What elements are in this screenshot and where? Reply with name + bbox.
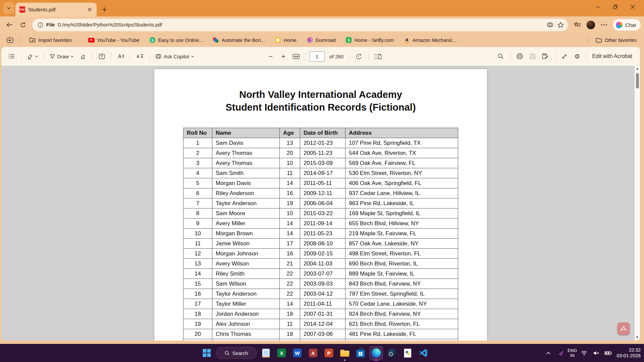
access-app-button[interactable]: A xyxy=(306,346,320,360)
microsoft-store-button[interactable] xyxy=(354,346,367,360)
clock[interactable]: 22:32 03-01-2026 xyxy=(616,347,641,359)
python-file-button[interactable] xyxy=(401,346,414,360)
edge-app-button[interactable] xyxy=(369,346,383,360)
language-indicator[interactable]: ENG IN xyxy=(568,348,577,358)
tab-close-icon[interactable] xyxy=(86,6,93,13)
cell-age: 19 xyxy=(280,198,300,208)
save-as-button[interactable] xyxy=(540,51,551,62)
divider xyxy=(349,53,350,60)
translate-icon xyxy=(136,53,144,59)
cell-dob: 2003-04-12 xyxy=(300,289,345,299)
print-button[interactable] xyxy=(514,51,526,62)
cell-dob: 2005-11-23 xyxy=(300,148,345,158)
notepad-app-button[interactable] xyxy=(259,346,272,360)
cell-age: 10 xyxy=(280,158,300,168)
cell-roll-no: 16 xyxy=(183,289,212,299)
toc-menu-button[interactable] xyxy=(6,51,17,62)
table-row: 3Avery Thomas102015-03-09569 Oak Ave, Fa… xyxy=(183,158,458,168)
table-row: 4Sam Smith112014-09-17530 Elm Street, Ri… xyxy=(183,168,458,178)
zoom-in-button[interactable] xyxy=(277,51,289,62)
profile-button[interactable] xyxy=(585,19,597,31)
volume-muted-button[interactable] xyxy=(591,346,601,360)
page-view-button[interactable] xyxy=(372,51,384,62)
ask-copilot-button[interactable]: Ask Copilot xyxy=(153,51,196,62)
settings-button[interactable]: ⚙ xyxy=(572,51,583,62)
battery-button[interactable] xyxy=(603,346,613,360)
scroll-down-icon[interactable]: ▼ xyxy=(636,335,639,340)
close-button[interactable] xyxy=(624,0,641,13)
powerpoint-app-button[interactable]: P xyxy=(322,346,335,360)
tab-students-pdf[interactable]: PDF Students.pdf xyxy=(15,3,97,16)
favorite-item-youtube[interactable]: YouTube - YouTube xyxy=(86,36,142,45)
tray-chevron-button[interactable] xyxy=(543,346,553,360)
fit-to-width-button[interactable] xyxy=(290,51,302,62)
s-circle-icon: S xyxy=(150,37,156,43)
cell-address: 787 Elm Street, Springfield, IL xyxy=(345,289,458,299)
favorite-item-squares[interactable]: Automate the Bori... xyxy=(210,36,267,45)
excel-app-button[interactable]: X xyxy=(275,346,288,360)
cell-name: Avery Thomas xyxy=(212,148,280,158)
chevron-up-icon xyxy=(546,352,551,355)
favorite-item-gumroad[interactable]: GGumroad xyxy=(304,36,338,45)
fullscreen-button[interactable] xyxy=(559,51,570,62)
import-favorites-button[interactable]: Import favorites xyxy=(26,36,74,44)
minimize-button[interactable] xyxy=(589,0,606,13)
save-button[interactable] xyxy=(527,51,538,62)
draw-button[interactable]: Draw xyxy=(48,51,75,62)
vscode-app-button[interactable] xyxy=(417,346,430,360)
wifi-button[interactable] xyxy=(579,346,589,360)
student-records-table: Roll NoNameAgeDate of BirthAddress 1Sam … xyxy=(183,128,458,341)
cell-address: 889 Maple St, Fairview, IL xyxy=(345,269,458,279)
back-button[interactable] xyxy=(3,19,15,31)
add-text-button[interactable] xyxy=(96,51,107,62)
favorite-item-amazon[interactable]: aAmazon Mechanic... xyxy=(401,36,459,45)
favorite-item-s-circle[interactable]: SEasy to use Online... xyxy=(147,36,206,45)
translate-button[interactable] xyxy=(134,51,146,62)
cell-name: Jamie Wilson xyxy=(212,239,280,249)
search-document-button[interactable] xyxy=(495,51,506,62)
address-bar[interactable]: File D:/my%20folder/Python%20Scritps/Stu… xyxy=(32,19,568,31)
highlight-button[interactable] xyxy=(25,51,40,62)
chevron-down-icon xyxy=(70,55,74,58)
steam-app-button[interactable] xyxy=(385,346,398,360)
document-title-line2: Student Identification Records (Fictiona… xyxy=(154,101,487,114)
copilot-chat-button[interactable]: Chat xyxy=(613,19,641,31)
favorite-item-home-yellow[interactable]: Home xyxy=(272,36,299,45)
zoom-out-button[interactable] xyxy=(265,51,276,62)
favorite-item-sellfy[interactable]: SHome - Sellfy.com xyxy=(343,36,396,45)
page-number-input[interactable] xyxy=(309,51,325,62)
vertical-scrollbar[interactable]: ▲ ▼ xyxy=(635,66,640,341)
url-text: D:/my%20folder/Python%20Scritps/Students… xyxy=(58,22,544,27)
page-total-label: of 260 xyxy=(329,54,343,59)
sidebar-toggle-button[interactable] xyxy=(5,35,15,45)
cell-name: Riley Anderson xyxy=(212,188,280,198)
word-app-button[interactable]: W xyxy=(290,346,304,360)
more-menu-button[interactable] xyxy=(598,19,610,31)
other-favorites-button[interactable]: Other favorites xyxy=(593,36,639,44)
cell-age: 17 xyxy=(280,239,300,249)
refresh-button[interactable] xyxy=(17,19,29,31)
new-tab-button[interactable] xyxy=(99,4,109,14)
erase-button[interactable] xyxy=(77,51,88,62)
scroll-up-icon[interactable]: ▲ xyxy=(636,66,639,71)
file-explorer-button[interactable] xyxy=(338,346,351,360)
copilot-icon[interactable] xyxy=(547,21,553,28)
open-in-acrobat-button[interactable] xyxy=(617,322,630,335)
scrollbar-thumb[interactable] xyxy=(636,73,639,88)
cell-age: 14 xyxy=(280,219,300,229)
location-indicator-button[interactable] xyxy=(555,346,566,360)
read-aloud-button[interactable] xyxy=(115,51,126,62)
tab-search-button[interactable] xyxy=(3,2,14,14)
restore-button[interactable] xyxy=(606,0,624,13)
favorites-list-button[interactable] xyxy=(571,19,583,31)
amazon-icon: a xyxy=(404,37,410,43)
favorites-list: YouTube - YouTubeSEasy to use Online...A… xyxy=(86,36,459,45)
cell-address: 544 Oak Ave, Riverton, TX xyxy=(345,148,458,158)
favorite-star-icon[interactable] xyxy=(557,22,564,28)
edit-with-acrobat-button[interactable]: Edit with Acrobat xyxy=(591,51,634,62)
chat-label: Chat xyxy=(625,22,636,28)
table-row: 5Morgan Davis142011-05-11406 Oak Ave, Sp… xyxy=(183,178,458,188)
rotate-button[interactable] xyxy=(353,51,365,62)
taskbar-search[interactable]: Search xyxy=(216,347,257,359)
start-button[interactable] xyxy=(200,346,213,360)
